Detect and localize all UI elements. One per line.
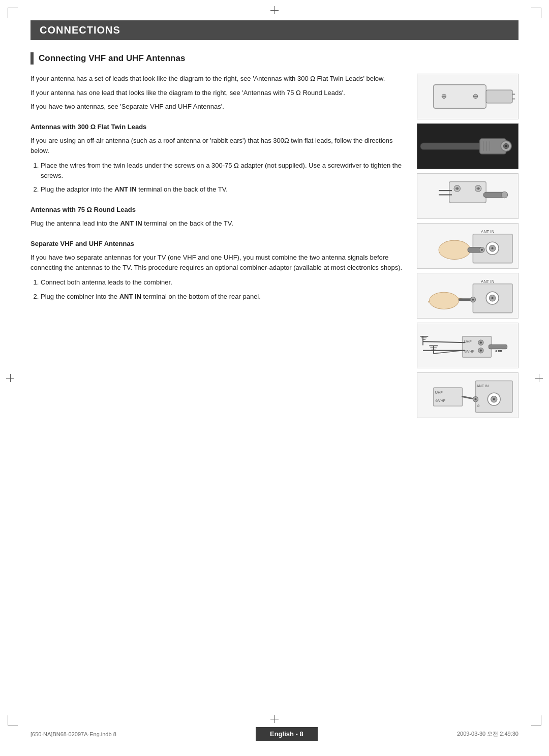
intro-block: If your antenna has a set of leads that … bbox=[30, 74, 407, 112]
diagram-round-lead-svg bbox=[417, 124, 518, 169]
svg-point-71 bbox=[493, 398, 495, 400]
footer-right: 2009-03-30 오전 2:49:30 bbox=[457, 730, 518, 738]
svg-point-77 bbox=[474, 398, 476, 400]
text-column: If your antenna has a set of leads that … bbox=[30, 74, 417, 418]
center-mark-right bbox=[535, 374, 543, 382]
svg-rect-1 bbox=[486, 90, 512, 103]
section-75-block: Antennas with 75 Ω Round Leads Plug the … bbox=[30, 205, 407, 229]
svg-text:ANT IN: ANT IN bbox=[481, 230, 495, 234]
sub-heading-bar bbox=[30, 52, 34, 65]
intro-300-text: If your antenna has a set of leads that … bbox=[30, 74, 407, 84]
corner-mark-br bbox=[531, 715, 541, 726]
svg-point-50 bbox=[480, 341, 482, 343]
sub-heading-text: Connecting VHF and UHF Antennas bbox=[39, 53, 185, 64]
section-300-step2: Plug the adaptor into the ANT IN termina… bbox=[41, 184, 407, 195]
section-separate-steps: Connect both antenna leads to the combin… bbox=[41, 277, 407, 301]
diagram-column: ANT IN ANT IN bbox=[417, 74, 518, 418]
page-number: English - 8 bbox=[270, 730, 303, 738]
section-title: CONNECTIONS bbox=[40, 24, 120, 36]
svg-point-43 bbox=[429, 292, 459, 309]
diagram-ant-in-75: ANT IN bbox=[417, 273, 518, 319]
section-300-step1: Place the wires from the twin leads unde… bbox=[41, 161, 407, 180]
corner-mark-tr bbox=[531, 8, 541, 18]
svg-text:⊙: ⊙ bbox=[477, 403, 480, 408]
center-mark-bottom bbox=[270, 715, 279, 723]
section-header: CONNECTIONS bbox=[30, 20, 518, 40]
center-mark-top bbox=[270, 6, 279, 14]
diagram-vhf-combiner-2-svg: ANT IN UHF ⊙VHF ⊙ bbox=[417, 373, 518, 418]
section-75-heading: Antennas with 75 Ω Round Leads bbox=[30, 205, 407, 215]
section-300-body: If you are using an off-air antenna (suc… bbox=[30, 136, 407, 155]
intro-separate-text: If you have two antennas, see 'Separate … bbox=[30, 102, 407, 112]
svg-point-42 bbox=[492, 297, 494, 299]
center-mark-left bbox=[6, 374, 14, 382]
svg-text:⊙VHF: ⊙VHF bbox=[435, 398, 446, 403]
diagram-ant-in-300-svg: ANT IN bbox=[417, 224, 518, 268]
svg-point-34 bbox=[439, 240, 470, 259]
svg-rect-0 bbox=[434, 85, 486, 109]
intro-75-text: If your antenna has one lead that looks … bbox=[30, 88, 407, 98]
corner-mark-bl bbox=[8, 715, 18, 726]
section-75-body: Plug the antenna lead into the ANT IN te… bbox=[30, 218, 407, 229]
svg-text:UHF: UHF bbox=[464, 339, 472, 344]
svg-text:ANT IN: ANT IN bbox=[477, 384, 489, 388]
svg-point-46 bbox=[472, 299, 474, 301]
svg-text:UHF: UHF bbox=[435, 390, 443, 395]
section-separate-step2: Plug the combiner into the ANT IN termin… bbox=[41, 292, 407, 302]
svg-point-37 bbox=[481, 249, 483, 251]
svg-text:ANT IN: ANT IN bbox=[481, 279, 495, 284]
diagram-vhf-combiner-1: UHF ⊙VHF ◄■■ bbox=[417, 323, 518, 368]
content-area: If your antenna has a set of leads that … bbox=[30, 74, 518, 418]
section-separate-body: If you have two separate antennas for yo… bbox=[30, 253, 407, 272]
section-separate-step1: Connect both antenna leads to the combin… bbox=[41, 277, 407, 288]
diagram-flat-twin-svg bbox=[417, 74, 518, 119]
svg-text:◄■■: ◄■■ bbox=[494, 349, 502, 353]
page: CONNECTIONS Connecting VHF and UHF Anten… bbox=[0, 0, 549, 756]
diagram-ant-in-300: ANT IN bbox=[417, 223, 518, 269]
diagram-round-lead bbox=[417, 123, 518, 169]
footer-center: English - 8 bbox=[256, 727, 318, 741]
diagram-vhf-combiner-1-svg: UHF ⊙VHF ◄■■ bbox=[417, 323, 518, 368]
diagram-adapter-screws-svg bbox=[417, 174, 518, 218]
section-separate-heading: Separate VHF and UHF Antennas bbox=[30, 239, 407, 249]
footer-left: [650-NA]BN68-02097A-Eng.indb 8 bbox=[30, 731, 116, 737]
svg-point-26 bbox=[501, 192, 507, 198]
diagram-flat-twin-antenna bbox=[417, 74, 518, 119]
section-300-steps: Place the wires from the twin leads unde… bbox=[41, 161, 407, 195]
diagram-ant-in-75-svg: ANT IN bbox=[417, 273, 518, 318]
sub-heading: Connecting VHF and UHF Antennas bbox=[30, 52, 518, 65]
section-separate-block: Separate VHF and UHF Antennas If you hav… bbox=[30, 239, 407, 302]
svg-point-33 bbox=[492, 247, 494, 249]
corner-mark-tl bbox=[8, 8, 18, 18]
diagram-vhf-combiner-2: ANT IN UHF ⊙VHF ⊙ bbox=[417, 372, 518, 418]
diagram-adapter-screws bbox=[417, 173, 518, 219]
svg-rect-8 bbox=[420, 143, 483, 149]
svg-point-53 bbox=[480, 350, 482, 352]
svg-text:⊙VHF: ⊙VHF bbox=[464, 349, 475, 354]
svg-point-12 bbox=[505, 145, 507, 147]
svg-rect-16 bbox=[449, 182, 486, 203]
section-300-block: Antennas with 300 Ω Flat Twin Leads If y… bbox=[30, 122, 407, 195]
footer: [650-NA]BN68-02097A-Eng.indb 8 English -… bbox=[0, 727, 549, 741]
svg-line-56 bbox=[423, 341, 465, 342]
section-300-heading: Antennas with 300 Ω Flat Twin Leads bbox=[30, 122, 407, 132]
